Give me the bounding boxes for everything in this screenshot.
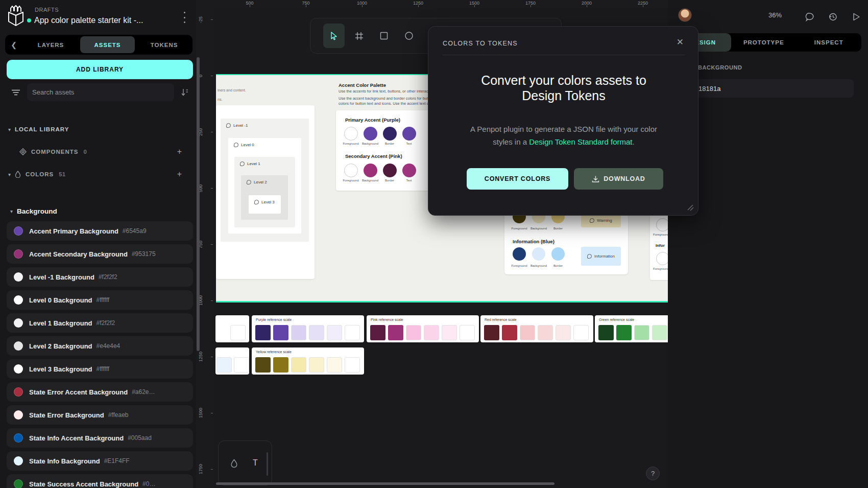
add-color-button[interactable]: + — [177, 170, 182, 178]
canvas-background-input[interactable]: 18181a — [692, 79, 854, 98]
close-icon[interactable]: ✕ — [677, 37, 684, 48]
modal-body: A Penpot plugin to generate a JSON file … — [449, 123, 679, 148]
comments-button[interactable] — [803, 10, 816, 24]
ruler-tick — [211, 469, 213, 470]
scale-card[interactable]: Purple reference scale — [252, 315, 364, 342]
scale-swatch — [520, 325, 535, 340]
color-name: Level 1 Background — [29, 319, 92, 327]
color-swatch — [14, 295, 23, 305]
ruler-tick — [306, 5, 306, 7]
level-label: Level 0 — [234, 143, 254, 147]
filter-button[interactable] — [7, 83, 25, 101]
level-box[interactable]: Level 3 — [249, 195, 281, 214]
palette-icon — [254, 200, 259, 204]
component-icon — [19, 148, 27, 155]
tab-prototype[interactable]: PROTOTYPE — [731, 33, 797, 52]
ruler-tick — [362, 5, 363, 7]
accent-circle-label: Text — [398, 142, 420, 145]
local-library-header[interactable]: ▾ LOCAL LIBRARY — [8, 125, 69, 134]
background-group-header[interactable]: ▾ Background — [10, 206, 57, 216]
tab-inspect[interactable]: INSPECT — [797, 33, 862, 52]
accent-group-title: Primary Accent (Purple) — [345, 117, 400, 123]
color-asset-row[interactable]: Accent Secondary Background#953175 — [7, 244, 193, 264]
file-status-dot — [27, 18, 31, 22]
collapse-sidebar-button[interactable]: ❮ — [5, 35, 22, 55]
board-tool[interactable] — [348, 24, 370, 48]
color-hex: #0… — [142, 480, 155, 487]
mini-panel-scrollbar[interactable] — [267, 452, 268, 476]
partial-circle — [656, 218, 668, 231]
color-asset-row[interactable]: Level -1 Background#f2f2f2 — [7, 267, 193, 287]
convert-colors-button[interactable]: CONVERT COLORS — [467, 168, 568, 190]
penpot-logo[interactable] — [7, 5, 26, 28]
present-button[interactable] — [850, 10, 863, 24]
scale-swatch — [291, 357, 306, 373]
search-input[interactable] — [27, 83, 174, 101]
color-name: Level -1 Background — [29, 273, 94, 281]
ruler-tick — [211, 132, 213, 132]
color-asset-row[interactable]: Level 3 Background#ffffff — [7, 359, 193, 379]
color-asset-row[interactable]: Level 2 Background#e4e4e4 — [7, 336, 193, 356]
breadcrumb[interactable]: DRAFTS — [35, 7, 59, 13]
file-menu-button[interactable] — [180, 11, 189, 24]
tab-layers[interactable]: LAYERS — [23, 36, 78, 53]
sort-icon — [181, 88, 188, 96]
color-name: Accent Primary Background — [29, 227, 118, 235]
rectangle-tool[interactable] — [373, 24, 395, 48]
pointer-tool[interactable] — [323, 24, 345, 48]
colors-section[interactable]: ▾ COLORS 51 + — [8, 169, 193, 179]
help-button[interactable]: ? — [646, 467, 660, 480]
color-asset-row[interactable]: State Info Background#E1F4FF — [7, 451, 193, 471]
color-hex: #953175 — [132, 250, 156, 258]
download-button[interactable]: DOWNLOAD — [574, 168, 663, 190]
modal-heading: Convert your colors assets to Design Tok… — [449, 73, 679, 103]
level-label-text: Level -1 — [233, 123, 248, 128]
avatar[interactable] — [678, 8, 692, 22]
ellipse-tool[interactable] — [398, 24, 420, 48]
design-token-standard-link[interactable]: Design Token Standard format — [529, 137, 632, 146]
scale-card-title: Green reference scale — [599, 318, 634, 321]
state-circle — [532, 247, 545, 261]
color-asset-row[interactable]: State Success Accent Background#0… — [7, 474, 193, 488]
sidebar-tabs: ❮ LAYERS ASSETS TOKENS — [5, 35, 192, 55]
color-asset-row[interactable]: Level 1 Background#f2f2f2 — [7, 313, 193, 333]
penpot-logo-icon — [7, 5, 25, 27]
tab-tokens[interactable]: TOKENS — [137, 36, 191, 53]
scale-card[interactable] — [215, 347, 249, 375]
add-library-button[interactable]: ADD LIBRARY — [7, 60, 193, 79]
color-asset-row[interactable]: State Info Accent Background#005aad — [7, 428, 193, 448]
color-asset-row[interactable]: State Error Background#ffeaeb — [7, 405, 193, 425]
scale-card[interactable]: Pink reference scale — [367, 315, 479, 342]
resize-handle[interactable] — [686, 203, 694, 211]
scale-card[interactable] — [215, 315, 249, 342]
color-asset-row[interactable]: Level 0 Background#ffffff — [7, 290, 193, 310]
sidebar-scrollbar[interactable] — [197, 57, 200, 351]
partial-label: Infor — [656, 243, 665, 248]
color-name: Level 3 Background — [29, 365, 92, 373]
partial-label: Foreground — [653, 267, 668, 270]
file-title[interactable]: App color palette starter kit -... — [34, 16, 143, 25]
colors-label: COLORS — [26, 171, 54, 177]
ruler-tick — [211, 413, 213, 413]
scale-swatch — [327, 325, 342, 340]
history-button[interactable] — [826, 10, 839, 24]
horizontal-scrollbar[interactable] — [216, 482, 554, 485]
add-component-button[interactable]: + — [177, 148, 182, 156]
components-section[interactable]: COMPONENTS 0 + — [19, 147, 193, 157]
scale-swatch — [327, 357, 342, 373]
scale-card[interactable]: Green reference scale — [595, 315, 668, 342]
color-asset-row[interactable]: State Error Accent Background#a62e… — [7, 382, 193, 402]
scale-swatch — [598, 325, 614, 340]
scale-card[interactable]: Red reference scale — [480, 315, 593, 342]
tab-assets[interactable]: ASSETS — [80, 36, 135, 53]
scale-card[interactable]: Yellow reference scale — [252, 347, 364, 375]
state-chip-label: Information — [594, 254, 615, 259]
typography-toggle[interactable]: T — [247, 453, 263, 473]
level-label: Level 1 — [240, 161, 260, 166]
zoom-level[interactable]: 36% — [768, 11, 782, 19]
color-palette-toggle[interactable] — [226, 453, 242, 473]
partial-label: Foreground — [653, 233, 668, 236]
accent-circle — [402, 164, 416, 177]
sort-button[interactable] — [176, 83, 194, 101]
color-asset-row[interactable]: Accent Primary Background#6545a9 — [7, 221, 193, 241]
